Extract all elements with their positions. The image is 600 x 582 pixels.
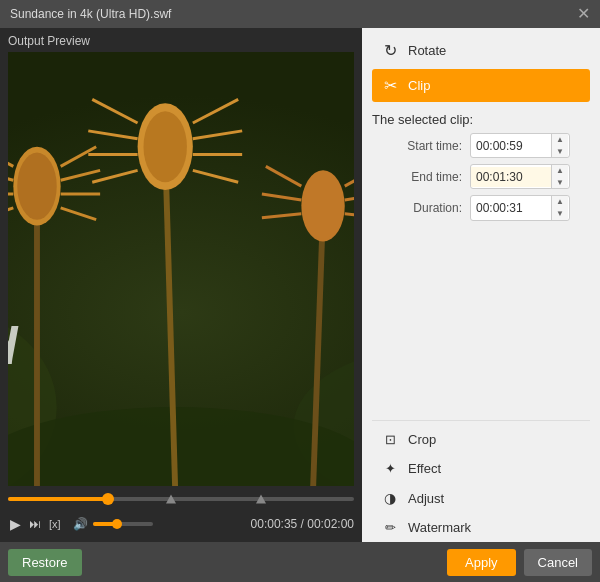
start-time-input-wrap: ▲ ▼ — [470, 133, 570, 158]
clip-icon: ✂ — [380, 76, 400, 95]
start-time-row: Start time: ▲ ▼ — [372, 133, 590, 158]
volume-icon[interactable]: 🔊 — [71, 517, 90, 531]
bottom-bar: Restore Apply Cancel — [0, 542, 600, 582]
duration-row: Duration: ▲ ▼ — [372, 195, 590, 220]
svg-point-27 — [301, 170, 344, 241]
start-time-down[interactable]: ▼ — [552, 146, 568, 158]
end-time-input[interactable] — [471, 167, 551, 187]
bottom-tools: ⊡ Crop ✦ Effect ◑ Adjust ✏ Watermark — [362, 425, 600, 542]
playback-controls: ▶ ⏭ [x] 🔊 00:00:35 / 00:02:00 — [8, 510, 354, 538]
clip-section: The selected clip: Start time: ▲ ▼ End t… — [362, 104, 600, 237]
end-time-label: End time: — [382, 170, 462, 184]
end-time-down[interactable]: ▼ — [552, 177, 568, 189]
duration-label: Duration: — [382, 201, 462, 215]
start-time-input[interactable] — [471, 136, 551, 156]
crop-icon: ⊡ — [380, 432, 400, 447]
output-preview-label: Output Preview — [0, 28, 362, 52]
seek-bar-fill — [8, 497, 108, 501]
watermark-tool[interactable]: ✏ Watermark — [372, 513, 590, 542]
end-time-input-wrap: ▲ ▼ — [470, 164, 570, 189]
video-area: tipard — [8, 52, 354, 486]
rotate-icon: ↻ — [380, 41, 400, 60]
end-time-up[interactable]: ▲ — [552, 165, 568, 177]
seek-bar-container[interactable] — [8, 492, 354, 506]
duration-input[interactable] — [471, 198, 551, 218]
end-time-row: End time: ▲ ▼ — [372, 164, 590, 189]
clip-label: Clip — [408, 78, 430, 93]
svg-text:tipard: tipard — [8, 318, 19, 375]
play-button[interactable]: ▶ — [8, 516, 23, 532]
rotate-tool[interactable]: ↻ Rotate — [372, 34, 590, 67]
main-content: Output Preview — [0, 28, 600, 542]
effect-tool[interactable]: ✦ Effect — [372, 454, 590, 483]
close-button[interactable]: ✕ — [577, 6, 590, 22]
svg-point-8 — [17, 153, 56, 220]
clip-end-marker — [256, 495, 266, 504]
adjust-icon: ◑ — [380, 490, 400, 506]
duration-up[interactable]: ▲ — [552, 196, 568, 208]
adjust-label: Adjust — [408, 491, 444, 506]
restore-button[interactable]: Restore — [8, 549, 82, 576]
selected-clip-title: The selected clip: — [372, 104, 590, 133]
rotate-label: Rotate — [408, 43, 446, 58]
time-display: 00:00:35 / 00:02:00 — [251, 517, 354, 531]
duration-input-wrap: ▲ ▼ — [470, 195, 570, 220]
seek-bar-thumb[interactable] — [102, 493, 114, 505]
clip-start-marker — [166, 495, 176, 504]
effect-icon: ✦ — [380, 461, 400, 476]
end-time-spin: ▲ ▼ — [551, 165, 568, 188]
volume-thumb[interactable] — [112, 519, 122, 529]
apply-button[interactable]: Apply — [447, 549, 516, 576]
clip-tool[interactable]: ✂ Clip — [372, 69, 590, 102]
start-time-label: Start time: — [382, 139, 462, 153]
step-forward-button[interactable]: ⏭ — [27, 517, 43, 531]
duration-down[interactable]: ▼ — [552, 208, 568, 220]
svg-point-18 — [144, 111, 187, 182]
right-panel: ↻ Rotate ✂ Clip The selected clip: Start… — [362, 28, 600, 542]
crop-label: Crop — [408, 432, 436, 447]
cancel-button[interactable]: Cancel — [524, 549, 592, 576]
watermark-icon: ✏ — [380, 520, 400, 535]
volume-area: 🔊 — [71, 517, 153, 531]
start-time-up[interactable]: ▲ — [552, 134, 568, 146]
video-frame: tipard — [8, 52, 354, 486]
controls-area: ▶ ⏭ [x] 🔊 00:00:35 / 00:02:00 — [0, 486, 362, 542]
left-panel: Output Preview — [0, 28, 362, 542]
duration-spin: ▲ ▼ — [551, 196, 568, 219]
watermark-label: Watermark — [408, 520, 471, 535]
title-bar: Sundance in 4k (Ultra HD).swf ✕ — [0, 0, 600, 28]
video-svg: tipard — [8, 52, 354, 486]
divider-1 — [372, 420, 590, 421]
clip-bracket-button[interactable]: [x] — [47, 518, 63, 530]
start-time-spin: ▲ ▼ — [551, 134, 568, 157]
seek-bar[interactable] — [8, 497, 354, 501]
video-thumbnail: tipard — [8, 52, 354, 486]
window-title: Sundance in 4k (Ultra HD).swf — [10, 7, 171, 21]
volume-bar[interactable] — [93, 522, 153, 526]
effect-label: Effect — [408, 461, 441, 476]
adjust-tool[interactable]: ◑ Adjust — [372, 483, 590, 513]
crop-tool[interactable]: ⊡ Crop — [372, 425, 590, 454]
